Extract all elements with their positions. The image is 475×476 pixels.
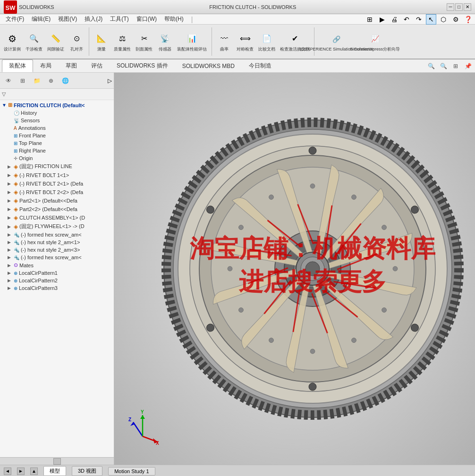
tree-item-sensors[interactable]: 📡 Sensors <box>0 117 114 124</box>
part2-2-label: Part2<2> (Default<<Defa <box>19 206 77 212</box>
tree-item-hex-nut-3[interactable]: ▶ 🔩 (-) hex nut style 2_am<3> <box>0 246 114 254</box>
tree-item-friction-line[interactable]: ▶ ◈ (固定) FRICTION LINE <box>0 162 114 171</box>
tree-item-front-plane[interactable]: ⊞ Front Plane <box>0 132 114 139</box>
tree-item-annotations[interactable]: A Annotations <box>0 124 114 132</box>
tab-layout[interactable]: 布局 <box>33 60 59 72</box>
ribbon-btn-perf[interactable]: 📊 装配体性能评估 <box>175 30 209 53</box>
app-name: SOLIDWORKS <box>19 4 54 10</box>
tab-evaluate[interactable]: 评估 <box>84 60 110 72</box>
tree-item-hex-screw-1[interactable]: ▶ 🔩 (-) formed hex screw_am< <box>0 231 114 238</box>
menu-insert[interactable]: 插入(J) <box>81 14 106 24</box>
close-button[interactable]: ✕ <box>464 3 471 11</box>
tree-item-rivet-bolt-2-2[interactable]: ▶ ◈ (-) RIVET BOLT 2<2> (Defa <box>0 188 114 196</box>
tab-sw-plugin[interactable]: SOLIDWORKS 插件 <box>110 60 175 72</box>
tree-item-rivet-bolt-2-1[interactable]: ▶ ◈ (-) RIVET BOLT 2<1> (Defa <box>0 179 114 188</box>
friction-label: (固定) FRICTION LINE <box>19 163 72 170</box>
tree-item-local-cir-1[interactable]: ▶ ⊕ LocalCirPattern1 <box>0 269 114 277</box>
tree-item-hex-nut-1[interactable]: ▶ 🔩 (-) hex nut style 2_am<1> <box>0 238 114 246</box>
clearance-icon: 📏 <box>48 31 63 46</box>
search-button-1[interactable]: 🔍 <box>426 61 436 71</box>
status-tab-motion[interactable]: Motion Study 1 <box>108 467 155 476</box>
sidebar-icon-plus[interactable]: ⊕ <box>44 74 58 87</box>
ribbon-btn-sensor[interactable]: 📡 传感器 <box>155 30 174 53</box>
nav-up[interactable]: ▲ <box>30 468 38 475</box>
tree-item-top-plane[interactable]: ⊞ Top Plane <box>0 139 114 147</box>
toolbar-icon-4[interactable]: ↶ <box>401 14 412 25</box>
sidebar-scrollbar[interactable] <box>0 457 114 465</box>
ribbon-btn-measure[interactable]: 📐 测量 <box>92 30 111 53</box>
titlebar: SW SOLIDWORKS FRICTION CLUTCH - SOLIDWOR… <box>0 0 475 14</box>
toolbar-icon-6[interactable]: ⬡ <box>438 14 449 25</box>
svg-text:Y: Y <box>141 409 144 415</box>
ribbon-divider-2 <box>212 27 212 56</box>
tree-item-origin[interactable]: ✛ Origin <box>0 154 114 162</box>
tree-item-part2-2[interactable]: ▶ ◈ Part2<2> (Default<<Defa <box>0 205 114 213</box>
sidebar: 👁 ⊞ 📁 ⊕ 🌐 ▷ ▽ ▼ ⊞ FRICTION CLUTCH (Defau… <box>0 73 114 465</box>
ribbon-btn-interference[interactable]: 🔍 干涉检查 <box>24 30 44 53</box>
menubar: 文件(F) 编辑(E) 视图(V) 插入(J) 工具(T) 窗口(W) 帮助(H… <box>0 14 475 25</box>
ribbon-btn-simxp[interactable]: 📈 SimulationXpress分析向导 <box>356 30 394 53</box>
ribbon-btn-mass[interactable]: ⚖ 质量属性 <box>112 30 133 53</box>
tree-item-right-plane[interactable]: ⊞ Right Plane <box>0 147 114 154</box>
toolbar-icon-7[interactable]: ⚙ <box>450 14 461 25</box>
svg-point-27 <box>309 383 316 391</box>
menu-view[interactable]: 视图(V) <box>54 14 81 24</box>
tree-item-history[interactable]: 🕐 History <box>0 109 114 117</box>
expand-rivet2-2: ▶ <box>8 190 12 195</box>
sidebar-expand-btn[interactable]: ▷ <box>108 77 112 84</box>
search-button-2[interactable]: 🔍 <box>438 61 449 71</box>
cursor-icon[interactable]: ↖ <box>426 14 436 25</box>
tab-assembly[interactable]: 装配体 <box>2 60 33 72</box>
menu-file[interactable]: 文件(F) <box>2 14 28 24</box>
ribbon-btn-compare[interactable]: 📄 比较文档 <box>256 30 277 53</box>
tree-item-mates[interactable]: ▶ ⊙ Mates <box>0 261 114 269</box>
tree-item-local-cir-3[interactable]: ▶ ⊕ LocalCirPattern3 <box>0 284 114 292</box>
nav-right[interactable]: ► <box>17 468 25 475</box>
nav-left[interactable]: ◄ <box>4 468 11 475</box>
sidebar-icon-grid[interactable]: ⊞ <box>16 74 29 87</box>
minimize-button[interactable]: ─ <box>447 3 454 11</box>
ribbon-btn-hole[interactable]: ⊙ 孔对齐 <box>67 30 86 53</box>
toolbar-icon-5[interactable]: ↷ <box>414 14 424 25</box>
status-tab-3d[interactable]: 3D 视图 <box>72 466 102 476</box>
menu-help[interactable]: 帮助(H) <box>161 14 187 24</box>
toolbar-icon-2[interactable]: ▶ <box>377 14 387 25</box>
sidebar-icon-folder[interactable]: 📁 <box>30 74 43 87</box>
statusbar: ◄ ► ▲ 模型 3D 视图 Motion Study 1 <box>0 465 475 476</box>
tree-item-clutch-asm[interactable]: ▶ ◈ CLUTCH ASSEMBLY<1> (D <box>0 213 114 222</box>
expand-part2-1: ▶ <box>8 198 12 203</box>
expand-rivet2-1: ▶ <box>8 181 12 186</box>
ribbon-btn-design[interactable]: ⚙ 设计算例 <box>2 30 23 53</box>
sidebar-icon-globe[interactable]: 🌐 <box>59 74 72 87</box>
feature-tree[interactable]: ▼ ⊞ FRICTION CLUTCH (Default< 🕐 History … <box>0 100 114 457</box>
tree-item-part2-1[interactable]: ▶ ◈ Part2<1> (Default<<Defa <box>0 196 114 205</box>
menu-window[interactable]: 窗口(W) <box>133 14 161 24</box>
tab-sw-mbd[interactable]: SOLIDWORKS MBD <box>175 60 242 72</box>
tab-today-mfg[interactable]: 今日制造 <box>242 60 279 72</box>
expand-local-cir-3: ▶ <box>8 286 12 290</box>
toolbar-icon-3[interactable]: 🖨 <box>389 14 399 25</box>
tree-root[interactable]: ▼ ⊞ FRICTION CLUTCH (Default< <box>0 101 114 109</box>
toolbar-icon-8[interactable]: ❓ <box>463 14 473 25</box>
tab-sketch[interactable]: 草图 <box>59 60 84 72</box>
tree-item-flywheel[interactable]: ▶ ◈ (固定) FLYWHEEL<1> -> (D <box>0 222 114 231</box>
ribbon-btn-curvature[interactable]: 〰 曲率 <box>215 30 234 53</box>
ribbon-btn-clearance[interactable]: 📏 间隙验证 <box>45 30 66 53</box>
part2-2-icon: ◈ <box>14 206 18 212</box>
tree-item-rivet-bolt-1[interactable]: ▶ ◈ (-) RIVET BOLT 1<1> <box>0 171 114 179</box>
sidebar-icon-eye[interactable]: 👁 <box>2 74 15 87</box>
viewport[interactable]: 淘宝店铺：机械资料库 进店搜索更多 Z Y X <box>114 73 475 465</box>
scroll-thumb[interactable] <box>53 458 61 465</box>
menu-tools[interactable]: 工具(T) <box>106 14 132 24</box>
ribbon-btn-section[interactable]: ✂ 剖面属性 <box>134 30 154 53</box>
toolbar-icon-1[interactable]: ⊞ <box>365 14 375 25</box>
maximize-button[interactable]: □ <box>455 3 463 11</box>
view-toggle[interactable]: ⊞ <box>450 61 461 71</box>
ribbon-btn-symmetry[interactable]: ⟺ 对称检查 <box>235 30 255 53</box>
pin-button[interactable]: 📌 <box>463 61 473 71</box>
3dexp-icon: 🔗 <box>329 32 344 47</box>
status-tab-model[interactable]: 模型 <box>43 466 66 476</box>
tree-item-hex-screw-2[interactable]: ▶ 🔩 (-) formed hex screw_am< <box>0 254 114 261</box>
menu-edit[interactable]: 编辑(E) <box>28 14 54 24</box>
tree-item-local-cir-2[interactable]: ▶ ⊕ LocalCirPattern2 <box>0 277 114 284</box>
